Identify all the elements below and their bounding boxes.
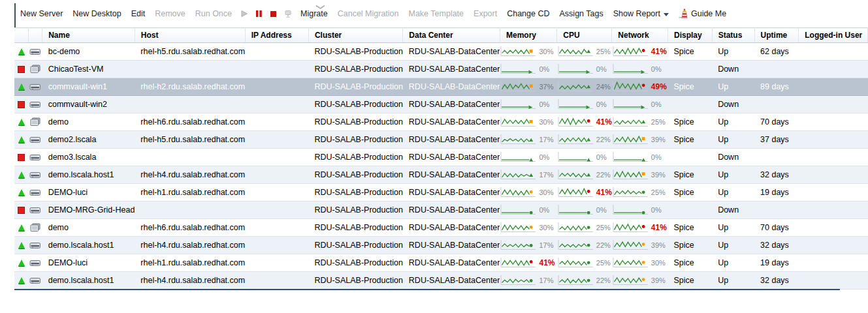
- memory-percent-label: 17%: [539, 276, 553, 284]
- cell-cpu-usage: 0%: [557, 61, 612, 78]
- pause-icon[interactable]: [255, 10, 263, 18]
- vm-row-commvault-win1[interactable]: commvault-win1rhel-h2.rdu.salab.redhat.c…: [14, 78, 868, 96]
- cell-logged-in-user: [799, 184, 868, 201]
- column-header-status[interactable]: Status: [712, 28, 754, 43]
- memory-percent-label: 0%: [539, 65, 549, 73]
- guide-me-button[interactable]: Guide Me: [679, 8, 726, 19]
- cell-display-protocol: Spice: [667, 254, 712, 272]
- vm-type-server-icon: [28, 131, 42, 149]
- cell-logged-in-user: [799, 113, 868, 131]
- cell-vm-name: demo: [42, 219, 135, 237]
- cell-host: [135, 149, 245, 166]
- cpu-sparkline: [558, 221, 594, 235]
- network-percent-label: 39%: [651, 171, 666, 179]
- stop-icon[interactable]: [270, 10, 277, 18]
- cell-ip-address: [245, 184, 308, 201]
- vm-row-demo-lscala-host1[interactable]: demo.lscala.host1rhel-h4.rdu.salab.redha…: [14, 272, 868, 290]
- play-icon: [240, 10, 248, 18]
- cell-ip-address: [245, 61, 308, 78]
- column-header-logged-in-user[interactable]: Logged-in User: [799, 28, 868, 43]
- new-desktop-button[interactable]: New Desktop: [72, 9, 121, 18]
- assign-tags-button[interactable]: Assign Tags: [560, 9, 603, 18]
- cell-network-usage: 0%: [612, 149, 668, 166]
- cpu-sparkline: [558, 239, 594, 252]
- vm-row-demo[interactable]: demorhel-h6.rdu.salab.redhat.comRDU-SALA…: [14, 113, 868, 131]
- cell-vm-name: bc-demo: [42, 43, 135, 61]
- cell-status: Up: [712, 166, 754, 184]
- cell-cluster: RDU-SALAB-Production: [308, 96, 402, 113]
- cell-uptime: 37 days: [754, 131, 799, 149]
- vm-row-demo-lscala-host1[interactable]: demo.lscala.host1rhel-h4.rdu.salab.redha…: [14, 166, 868, 184]
- vm-row-demo[interactable]: demorhel-h6.rdu.salab.redhat.comRDU-SALA…: [14, 219, 868, 237]
- cpu-sparkline: [558, 45, 594, 59]
- column-header-network[interactable]: Network: [612, 28, 668, 43]
- vm-row-demo-mrg-grid-head[interactable]: DEMO-MRG-Grid-HeadRDU-SALAB-ProductionRD…: [14, 201, 868, 219]
- cell-cpu-usage: 22%: [557, 131, 612, 149]
- vm-run-status-up-icon: [14, 78, 28, 96]
- vm-type-server-icon: [28, 272, 42, 290]
- vm-row-demo2-lscala[interactable]: demo2.lscalarhel-h5.rdu.salab.redhat.com…: [14, 131, 868, 149]
- cell-display-protocol: Spice: [667, 43, 712, 61]
- cell-data-center: RDU-SALAB-DataCenter: [403, 78, 500, 96]
- cell-cpu-usage: 24%: [557, 78, 612, 96]
- network-percent-label: 41%: [651, 223, 667, 232]
- cpu-percent-label: 24%: [596, 83, 611, 91]
- cell-vm-name: demo2.lscala: [42, 131, 135, 149]
- column-header-run-status[interactable]: [14, 28, 28, 43]
- column-header-ip-address[interactable]: IP Address: [245, 28, 308, 43]
- cell-cpu-usage: 22%: [557, 166, 612, 184]
- column-header-name[interactable]: Name: [42, 28, 135, 43]
- column-header-display[interactable]: Display: [667, 28, 712, 43]
- vm-row-commvault-win2[interactable]: commvault-win2RDU-SALAB-ProductionRDU-SA…: [14, 96, 868, 113]
- network-sparkline: [613, 115, 649, 129]
- cell-cluster: RDU-SALAB-Production: [308, 61, 402, 78]
- change-cd-button[interactable]: Change CD: [507, 9, 549, 18]
- cell-memory-usage: 0%: [500, 201, 556, 219]
- column-header-memory[interactable]: Memory: [500, 28, 556, 43]
- new-server-button[interactable]: New Server: [20, 9, 63, 18]
- cell-display-protocol: Spice: [667, 113, 712, 131]
- memory-percent-label: 17%: [539, 171, 553, 179]
- vm-row-chicaotest-vm[interactable]: ChicaoTest-VMRDU-SALAB-ProductionRDU-SAL…: [14, 61, 868, 78]
- cell-uptime: [754, 61, 799, 78]
- cell-cpu-usage: 0%: [557, 96, 612, 113]
- network-percent-label: 0%: [651, 153, 662, 161]
- column-header-cluster[interactable]: Cluster: [308, 28, 402, 43]
- vm-type-server-icon: [28, 149, 42, 166]
- vm-run-status-up-icon: [14, 43, 28, 61]
- column-header-data-center[interactable]: Data Center: [403, 28, 500, 43]
- cell-status: Down: [712, 149, 754, 166]
- memory-percent-label: 30%: [539, 118, 553, 126]
- cpu-sparkline: [558, 186, 594, 200]
- cell-vm-name: commvault-win2: [42, 96, 135, 113]
- column-header-host[interactable]: Host: [135, 28, 245, 43]
- vm-run-status-down-icon: [14, 201, 28, 219]
- vm-type-server-icon: [28, 254, 42, 272]
- cell-cluster: RDU-SALAB-Production: [308, 201, 402, 219]
- vm-row-demo3-lscala[interactable]: demo3.lscalaRDU-SALAB-ProductionRDU-SALA…: [14, 149, 868, 166]
- memory-sparkline: [500, 151, 537, 164]
- cell-network-usage: 39%: [612, 166, 668, 184]
- column-header-vm-type[interactable]: [28, 28, 42, 43]
- cell-data-center: RDU-SALAB-DataCenter: [403, 131, 500, 149]
- network-percent-label: 49%: [651, 82, 667, 91]
- cell-network-usage: 0%: [612, 61, 668, 78]
- vm-row-demo-luci[interactable]: DEMO-lucirhel-h1.rdu.salab.redhat.comRDU…: [14, 184, 868, 201]
- cell-data-center: RDU-SALAB-DataCenter: [403, 219, 500, 237]
- cell-memory-usage: 0%: [500, 61, 556, 78]
- cell-cluster: RDU-SALAB-Production: [308, 113, 402, 131]
- cell-logged-in-user: [799, 219, 868, 237]
- cpu-percent-label: 41%: [596, 188, 612, 197]
- show-report-dropdown[interactable]: Show Report: [613, 9, 669, 18]
- vm-row-bc-demo[interactable]: bc-demorhel-h5.rdu.salab.redhat.comRDU-S…: [14, 43, 868, 61]
- cancel-migration-button: Cancel Migration: [338, 9, 399, 18]
- cell-ip-address: [245, 113, 308, 131]
- migrate-button[interactable]: Migrate: [300, 9, 328, 18]
- vm-row-demo-luci[interactable]: DEMO-lucirhel-h1.rdu.salab.redhat.comRDU…: [14, 254, 868, 272]
- vm-row-demo-lscala-host1[interactable]: demo.lscala.host1rhel-h4.rdu.salab.redha…: [14, 237, 868, 254]
- network-sparkline: [613, 239, 649, 252]
- memory-percent-label: 30%: [539, 48, 553, 55]
- column-header-cpu[interactable]: CPU: [557, 28, 612, 43]
- column-header-uptime[interactable]: Uptime: [754, 28, 799, 43]
- edit-button[interactable]: Edit: [131, 9, 146, 18]
